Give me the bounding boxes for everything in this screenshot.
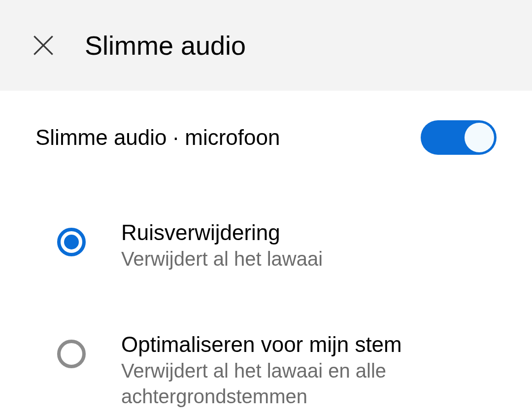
option-title: Optimaliseren voor mijn stem — [121, 331, 497, 358]
option-description: Verwijdert al het lawaai — [121, 246, 323, 272]
content-area: Slimme audio · microfoon Ruisverwijderin… — [0, 91, 532, 409]
option-title: Ruisverwijdering — [121, 219, 323, 246]
close-button[interactable] — [30, 32, 57, 59]
option-description: Verwijdert al het lawaai en alle achterg… — [121, 358, 497, 409]
radio-button-selected[interactable] — [57, 228, 86, 256]
radio-button-unselected[interactable] — [57, 340, 86, 368]
smart-audio-toggle-switch[interactable] — [421, 120, 497, 155]
header-bar: Slimme audio — [0, 0, 532, 91]
smart-audio-toggle-label: Slimme audio · microfoon — [35, 125, 280, 150]
close-icon — [30, 32, 57, 59]
option-text-group: Ruisverwijdering Verwijdert al het lawaa… — [121, 219, 323, 272]
option-text-group: Optimaliseren voor mijn stem Verwijdert … — [121, 331, 497, 409]
toggle-thumb — [465, 123, 494, 152]
smart-audio-toggle-row[interactable]: Slimme audio · microfoon — [35, 120, 497, 155]
option-noise-removal[interactable]: Ruisverwijdering Verwijdert al het lawaa… — [35, 219, 497, 272]
page-title: Slimme audio — [85, 30, 246, 61]
option-optimize-voice[interactable]: Optimaliseren voor mijn stem Verwijdert … — [35, 331, 497, 409]
radio-inner-dot — [64, 235, 79, 249]
